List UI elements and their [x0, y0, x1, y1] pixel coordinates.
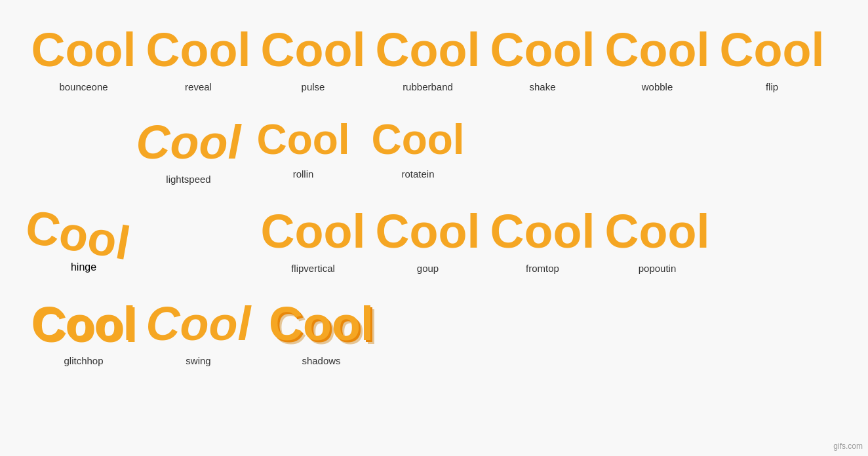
row-3: Cool hinge Cool gradientone Cool flipver… — [26, 201, 842, 280]
label-fromtop: fromtop — [526, 263, 559, 274]
label-rollin: rollin — [293, 168, 314, 180]
row-2: Cool lightspeed Cool rollin Cool rotatei… — [131, 112, 842, 191]
word-rotatein: Cool — [371, 119, 464, 161]
word-flipvertical: Cool — [261, 208, 366, 255]
word-reveal: Cool — [146, 26, 251, 73]
word-flip: Cool — [720, 26, 825, 73]
label-bounceone: bounceone — [59, 81, 108, 92]
word-rollin: Cool — [256, 119, 349, 161]
label-shadows: shadows — [302, 355, 340, 366]
anim-pulse[interactable]: Cool pulse — [256, 20, 370, 99]
anim-rotatein[interactable]: Cool rotatein — [361, 112, 475, 186]
word-wobble: Cool — [605, 26, 710, 73]
row-4: Cool glitchhop Cool swing Cool shadows — [26, 294, 842, 373]
word-hinge: Cool — [22, 202, 133, 267]
word-pulse: Cool — [261, 26, 366, 73]
anim-hinge[interactable]: Cool hinge — [26, 189, 141, 280]
anim-fromtop[interactable]: Cool fromtop — [485, 201, 600, 280]
anim-rubberband[interactable]: Cool rubberband — [370, 20, 485, 99]
word-bounceone: Cool — [31, 26, 136, 73]
word-goup: Cool — [376, 208, 481, 255]
label-lightspeed: lightspeed — [166, 174, 210, 185]
label-flip: flip — [766, 81, 778, 92]
word-shake: Cool — [490, 26, 595, 73]
watermark: gifs.com — [833, 442, 863, 451]
anim-shadows[interactable]: Cool shadows — [256, 294, 387, 373]
anim-popoutin[interactable]: Cool popoutin — [600, 201, 715, 280]
anim-flipvertical[interactable]: Cool flipvertical — [256, 201, 370, 280]
label-flipvertical: flipvertical — [291, 263, 335, 274]
word-fromtop: Cool — [490, 208, 595, 255]
label-popoutin: popoutin — [639, 263, 677, 274]
label-pulse: pulse — [302, 81, 325, 92]
label-rubberband: rubberband — [403, 81, 453, 92]
anim-wobble[interactable]: Cool wobble — [600, 20, 715, 99]
animation-grid: Cool bounceone Cool reveal Cool pulse Co… — [0, 0, 868, 392]
hinge-word-wrap: Cool — [31, 196, 136, 261]
label-wobble: wobble — [642, 81, 673, 92]
anim-swing[interactable]: Cool swing — [141, 294, 256, 373]
word-glitchhop: Cool — [31, 300, 136, 347]
label-swing: swing — [186, 355, 210, 366]
row-1: Cool bounceone Cool reveal Cool pulse Co… — [26, 20, 842, 99]
anim-shake[interactable]: Cool shake — [485, 20, 600, 99]
word-lightspeed: Cool — [136, 119, 241, 166]
anim-goup[interactable]: Cool goup — [370, 201, 485, 280]
anim-reveal[interactable]: Cool reveal — [141, 20, 256, 99]
label-rotatein: rotatein — [401, 168, 434, 180]
anim-bounceone[interactable]: Cool bounceone — [26, 20, 141, 99]
label-goup: goup — [417, 263, 439, 274]
anim-glitchhop[interactable]: Cool glitchhop — [26, 294, 141, 373]
word-shadows: Cool — [269, 300, 374, 347]
word-popoutin: Cool — [605, 208, 710, 255]
label-glitchhop: glitchhop — [64, 355, 103, 366]
anim-rollin[interactable]: Cool rollin — [246, 112, 361, 186]
anim-lightspeed[interactable]: Cool lightspeed — [131, 112, 246, 191]
label-shake: shake — [529, 81, 555, 92]
label-reveal: reveal — [185, 81, 212, 92]
word-rubberband: Cool — [376, 26, 481, 73]
word-swing: Cool — [146, 300, 251, 347]
anim-flip[interactable]: Cool flip — [715, 20, 829, 99]
